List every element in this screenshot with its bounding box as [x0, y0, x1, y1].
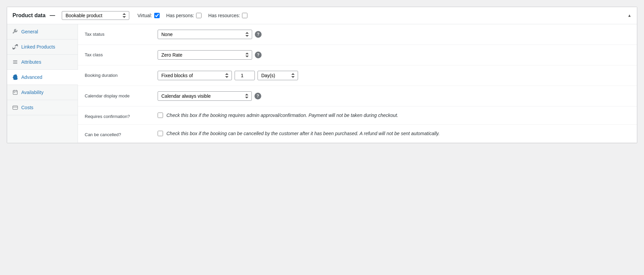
booking-duration-control: Fixed blocks of Customer defined blocks … — [158, 71, 630, 80]
sidebar-label-advanced: Advanced — [21, 74, 42, 80]
sidebar-item-general[interactable]: General — [7, 24, 78, 39]
svg-rect-9 — [13, 107, 18, 108]
tax-class-help-icon[interactable]: ? — [255, 52, 262, 58]
tax-class-label: Tax class — [85, 50, 152, 57]
tax-status-help-icon[interactable]: ? — [255, 31, 262, 38]
svg-rect-0 — [13, 60, 18, 61]
list-icon — [12, 59, 18, 65]
requires-confirmation-label: Requires confirmation? — [85, 112, 152, 119]
can-be-cancelled-label: Can be cancelled? — [85, 130, 152, 137]
has-resources-checkbox[interactable] — [242, 13, 247, 18]
has-resources-option[interactable]: Has resources: — [208, 13, 247, 18]
tax-class-control: Zero Rate Standard Reduced Rate ? — [158, 50, 630, 60]
sidebar-item-linked-products[interactable]: Linked Products — [7, 39, 78, 55]
sidebar-label-attributes: Attributes — [21, 59, 41, 65]
sidebar-item-attributes[interactable]: Attributes — [7, 55, 78, 70]
requires-confirmation-control: Check this box if the booking requires a… — [158, 112, 630, 119]
sidebar-label-costs: Costs — [21, 105, 33, 110]
panel-title: Product data — — [12, 12, 58, 19]
link-icon — [12, 44, 18, 50]
booking-duration-row: Booking duration Fixed blocks of Custome… — [78, 65, 637, 86]
sidebar-label-availability: Availability — [21, 90, 44, 95]
can-be-cancelled-checkbox[interactable] — [158, 131, 163, 136]
tax-status-control: None Taxable Shipping only ? — [158, 30, 630, 39]
tax-class-row: Tax class Zero Rate Standard Reduced Rat… — [78, 45, 637, 65]
svg-rect-1 — [13, 62, 18, 62]
calendar-display-mode-control: Calendar always visible Calendar hidden … — [158, 91, 630, 101]
sidebar: General Linked Products Attributes Advan… — [7, 24, 78, 143]
svg-rect-8 — [13, 106, 18, 109]
requires-confirmation-checkbox-row: Check this box if the booking requires a… — [158, 112, 398, 119]
credit-card-icon — [12, 105, 18, 110]
calendar-icon — [12, 90, 18, 95]
main-content: Tax status None Taxable Shipping only ? … — [78, 24, 637, 143]
requires-confirmation-row: Requires confirmation? Check this box if… — [78, 106, 637, 125]
sidebar-label-linked-products: Linked Products — [21, 44, 55, 50]
booking-duration-unit-select[interactable]: Day(s) Hour(s) Minute(s) — [258, 71, 298, 80]
booking-duration-group: Fixed blocks of Customer defined blocks … — [158, 71, 298, 80]
svg-rect-3 — [13, 90, 18, 94]
calendar-display-mode-label: Calendar display mode — [85, 91, 152, 98]
booking-duration-label: Booking duration — [85, 71, 152, 78]
calendar-display-mode-help-icon[interactable]: ? — [254, 93, 261, 99]
calendar-display-mode-select[interactable]: Calendar always visible Calendar hidden … — [158, 91, 252, 101]
sidebar-item-advanced[interactable]: Advanced — [7, 70, 78, 85]
virtual-option[interactable]: Virtual: — [137, 13, 159, 18]
header-options: Virtual: Has persons: Has resources: — [137, 13, 247, 18]
tax-status-label: Tax status — [85, 30, 152, 37]
product-type-select[interactable]: Bookable product Simple product Variable… — [62, 11, 129, 20]
can-be-cancelled-control: Check this box if the booking can be can… — [158, 130, 630, 137]
collapse-icon[interactable]: ▲ — [627, 13, 632, 18]
panel-body: General Linked Products Attributes Advan… — [7, 24, 637, 143]
can-be-cancelled-checkbox-row: Check this box if the booking can be can… — [158, 130, 440, 137]
panel-header: Product data — Bookable product Simple p… — [7, 7, 637, 24]
tax-class-select[interactable]: Zero Rate Standard Reduced Rate — [158, 50, 252, 60]
booking-duration-type-select[interactable]: Fixed blocks of Customer defined blocks … — [158, 71, 232, 80]
requires-confirmation-description: Check this box if the booking requires a… — [166, 112, 398, 119]
wrench-icon — [12, 29, 18, 34]
tax-status-row: Tax status None Taxable Shipping only ? — [78, 24, 637, 45]
svg-rect-7 — [14, 92, 15, 93]
sidebar-item-availability[interactable]: Availability — [7, 85, 78, 100]
sidebar-label-general: General — [21, 29, 38, 34]
tax-status-select[interactable]: None Taxable Shipping only — [158, 30, 252, 39]
booking-duration-value-input[interactable] — [235, 71, 255, 80]
svg-rect-2 — [13, 63, 18, 64]
calendar-display-mode-row: Calendar display mode Calendar always vi… — [78, 86, 637, 106]
requires-confirmation-checkbox[interactable] — [158, 113, 163, 118]
has-persons-option[interactable]: Has persons: — [166, 13, 202, 18]
has-persons-checkbox[interactable] — [196, 13, 202, 18]
can-be-cancelled-description: Check this box if the booking can be can… — [166, 130, 440, 137]
sidebar-item-costs[interactable]: Costs — [7, 100, 78, 115]
virtual-checkbox[interactable] — [154, 13, 160, 18]
product-data-panel: Product data — Bookable product Simple p… — [7, 7, 637, 143]
gear-icon — [12, 74, 18, 80]
can-be-cancelled-row: Can be cancelled? Check this box if the … — [78, 125, 637, 143]
